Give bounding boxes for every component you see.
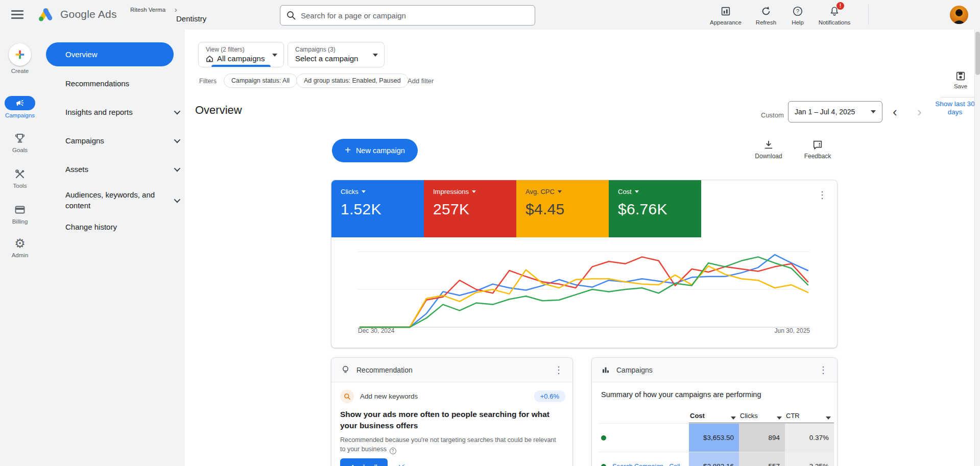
column-header-name [599,412,689,423]
x-axis-start-label: Dec 30, 2024 [358,327,394,334]
table-row-0-clicks: 894 [739,423,785,452]
secondary-nav: Overview Recommendations Insights and re… [40,30,185,466]
column-header-cost[interactable]: Cost [689,412,739,423]
campaign-link[interactable]: Search Campaign - Call [612,463,680,466]
performance-summary-card: Clicks 1.52K Impressions 257K Avg. CPC $… [331,180,838,348]
add-filter-button[interactable]: Add filter [408,77,434,85]
global-search[interactable] [280,5,535,26]
main-content: View (2 filters) All campaigns Campaigns… [185,30,974,466]
help-button[interactable]: ? Help [779,5,817,26]
campaigns-summary-card: Campaigns ⋮ Summary of how your campaign… [591,357,838,466]
metric-card-avg-cpc[interactable]: Avg. CPC $4.45 [516,180,609,237]
chevron-down-icon [871,110,876,113]
chevron-down-icon [635,190,639,193]
plus-icon: + [345,144,351,156]
home-icon [206,55,213,62]
download-icon [763,139,774,151]
chevron-down-icon [826,416,831,420]
feedback-icon [812,139,823,151]
chevron-down-icon [362,190,366,193]
google-ads-logo-icon [37,7,55,22]
date-range-selector[interactable]: Jan 1 – Jul 4, 2025 [788,101,882,122]
breadcrumb-account[interactable]: Ritesh Verma [130,7,165,13]
filter-chip-ad-group-status[interactable]: Ad group status: Enabled, Paused [296,73,409,88]
billing-card-icon [14,204,26,216]
metric-card-impressions[interactable]: Impressions 257K [424,180,516,237]
chevron-down-icon [174,108,181,115]
topbar-divider [868,5,869,25]
active-view-indicator [211,65,271,67]
menu-icon[interactable] [11,10,23,19]
appearance-button[interactable]: Appearance [707,5,745,26]
filter-chip-campaign-status[interactable]: Campaign status: All [224,73,297,88]
topbar: Google Ads Ritesh Verma › Dentistry Appe… [0,0,980,30]
scrollbar-thumb[interactable] [975,32,980,75]
recommendation-description: Recommended because you're not targeting… [340,435,560,454]
nav-item-recommendations[interactable]: Recommendations [65,79,183,88]
rail-tools[interactable]: Tools [0,167,40,189]
apply-all-button[interactable]: Apply all [340,458,388,466]
show-last-30-days-link[interactable]: Show last 30 days [934,100,976,116]
table-row-0-cost: $3,653.50 [689,423,739,452]
search-input[interactable] [301,11,529,20]
rail-create-button[interactable]: Create [0,43,40,74]
divider [941,97,976,97]
recommendation-headline: Show your ads more often to people searc… [340,409,561,431]
rail-campaigns[interactable]: Campaigns [0,96,40,118]
nav-item-audiences-keywords-content[interactable]: Audiences, keywords, and content [65,189,183,211]
status-dot [601,464,606,466]
table-row-0-name [599,423,689,452]
chevron-down-icon [174,165,181,172]
x-axis-end-label: Jun 30, 2025 [775,327,810,334]
card-overflow-menu[interactable]: ⋮ [819,366,828,374]
feedback-button[interactable]: Feedback [800,139,835,160]
card-overflow-menu[interactable]: ⋮ [818,191,827,199]
campaigns-table: Cost Clicks CTR $3,653.50 894 0.37% Sear… [599,412,834,466]
keyword-search-icon [340,389,354,403]
view-selector[interactable]: View (2 filters) All campaigns [198,42,284,67]
nav-item-change-history[interactable]: Change history [65,223,183,231]
page-scrollbar[interactable] [974,30,980,466]
rail-billing[interactable]: Billing [0,203,40,225]
svg-text:?: ? [796,8,799,14]
new-campaign-button[interactable]: + New campaign [332,139,418,162]
notifications-button[interactable]: ! Notifications [816,5,853,26]
nav-item-overview[interactable]: Overview [46,42,174,66]
nav-item-insights-and-reports[interactable]: Insights and reports [65,108,183,116]
nav-item-assets[interactable]: Assets [65,165,183,174]
tools-icon [14,168,26,180]
help-tooltip-icon[interactable]: ? [390,448,396,454]
table-row-0-ctr: 0.37% [785,423,834,452]
help-icon: ? [792,6,803,17]
lightbulb-icon [341,365,350,375]
breadcrumb-current[interactable]: Dentistry [176,14,206,23]
chevron-down-icon [174,196,181,203]
card-overflow-menu[interactable]: ⋮ [554,366,563,374]
table-row-1-ctr: 3.35% [785,452,834,466]
table-row-1-cost: $2,882.16 [689,452,739,466]
nav-item-campaigns[interactable]: Campaigns [65,136,183,145]
save-button[interactable]: Save [945,70,976,89]
rail-goals[interactable]: Goals [0,132,40,153]
rail-admin[interactable]: ⚙ Admin [0,237,40,258]
avatar[interactable] [950,6,968,24]
chevron-down-icon [731,416,736,420]
performance-line-chart [358,246,810,335]
metric-card-clicks[interactable]: Clicks 1.52K [331,180,424,237]
page-title: Overview [195,104,242,117]
view-link[interactable]: View... [399,463,420,466]
column-header-ctr[interactable]: CTR [785,412,834,423]
series-clicks [360,255,808,327]
metric-card-cost[interactable]: Cost $6.76K [609,180,701,237]
campaigns-summary-text: Summary of how your campaigns are perfor… [601,390,761,399]
refresh-icon [760,6,772,17]
date-next-button[interactable]: › [917,104,922,120]
bar-chart-icon [601,365,610,375]
date-prev-button[interactable]: ‹ [893,104,897,120]
table-row-1-clicks: 557 [739,452,785,466]
column-header-clicks[interactable]: Clicks [739,412,785,423]
chart-x-axis: Dec 30, 2024 Jun 30, 2025 [358,327,810,334]
create-plus-icon [14,49,26,60]
download-button[interactable]: Download [751,139,786,160]
campaign-selector[interactable]: Campaigns (3) Select a campaign [288,42,385,67]
